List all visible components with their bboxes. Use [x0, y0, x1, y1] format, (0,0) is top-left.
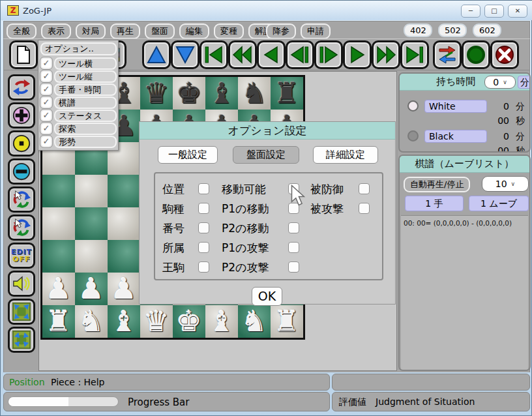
black-piece[interactable]: ♞: [238, 77, 271, 110]
square-b4[interactable]: [75, 207, 108, 240]
step-forward-button[interactable]: [314, 40, 343, 69]
skip-end-button[interactable]: [400, 40, 429, 69]
option-checkbox-2-1[interactable]: [359, 203, 370, 214]
tab-2[interactable]: 詳細設定: [313, 146, 378, 164]
menu-2[interactable]: 対局: [76, 23, 106, 39]
zoom-out-button[interactable]: [8, 158, 35, 185]
option-checkbox-0-4[interactable]: [198, 261, 209, 273]
fast-forward-button[interactable]: [372, 40, 400, 69]
white-piece[interactable]: ♛: [140, 305, 173, 338]
tab-0[interactable]: 一般設定: [158, 146, 218, 164]
white-piece[interactable]: ♟: [42, 273, 75, 305]
black-piece[interactable]: ♝: [205, 77, 238, 110]
flip-up-button[interactable]: [142, 40, 171, 69]
menu-checkbox-2[interactable]: ✓: [40, 83, 52, 95]
menu-checkbox-1[interactable]: ✓: [40, 70, 52, 82]
black-piece[interactable]: ♛: [140, 77, 173, 110]
action-1[interactable]: 申請: [301, 23, 331, 39]
minimize-button[interactable]: ─: [461, 5, 480, 18]
white-piece[interactable]: ♜: [271, 305, 303, 338]
autoplay-button[interactable]: 自動再生/停止: [404, 177, 470, 192]
option-checkbox-1-3[interactable]: [288, 242, 299, 253]
white-piece[interactable]: ♝: [108, 305, 140, 338]
fast-rewind-button[interactable]: [228, 40, 257, 69]
white-piece[interactable]: ♞: [238, 305, 271, 338]
menu-checkbox-5[interactable]: ✓: [40, 123, 52, 134]
white-name-chip[interactable]: White: [424, 100, 487, 113]
go-button[interactable]: [462, 40, 490, 69]
black-radio[interactable]: [407, 130, 419, 141]
square-c5[interactable]: [108, 175, 140, 207]
black-name-chip[interactable]: Black: [424, 130, 487, 143]
menu-6[interactable]: 変種: [214, 23, 244, 39]
expand-board-button[interactable]: [8, 299, 35, 325]
menu-checkbox-3[interactable]: ✓: [40, 97, 52, 108]
te-counter[interactable]: 1 手: [405, 196, 464, 211]
zoom-in-button[interactable]: [8, 102, 35, 128]
menu-item-0[interactable]: ツール横: [54, 57, 117, 70]
menu-5[interactable]: 編集: [179, 23, 209, 39]
number-button-1[interactable]: 502: [438, 23, 467, 37]
square-a3[interactable]: [42, 240, 75, 273]
menu-item-2[interactable]: 手番・時間: [54, 83, 117, 96]
maximize-button[interactable]: □: [484, 5, 504, 18]
menu-item-1[interactable]: ツール縦: [54, 70, 117, 83]
shrink-board-button[interactable]: [8, 327, 35, 353]
flip-down-button[interactable]: [171, 40, 200, 69]
square-c4[interactable]: [108, 207, 140, 240]
menu-item-5[interactable]: 探索: [54, 123, 117, 135]
white-piece[interactable]: ♝: [205, 305, 238, 338]
menu-item-4[interactable]: ステータス: [54, 110, 117, 122]
square-a5[interactable]: [42, 175, 75, 207]
menu-0[interactable]: 全般: [7, 23, 37, 39]
skip-start-button[interactable]: [200, 40, 228, 69]
menu-checkbox-0[interactable]: ✓: [40, 57, 52, 69]
white-radio[interactable]: [407, 100, 419, 111]
ok-button[interactable]: OK: [252, 287, 282, 306]
redo-button[interactable]: [8, 215, 35, 241]
option-checkbox-0-2[interactable]: [198, 222, 209, 233]
square-c3[interactable]: [108, 240, 140, 273]
tab-1[interactable]: 盤面設定: [233, 146, 299, 164]
menu-checkbox-4[interactable]: ✓: [40, 110, 52, 121]
white-piece[interactable]: ♟: [108, 273, 140, 305]
time-select[interactable]: 0 ∨: [484, 76, 516, 89]
square-a4[interactable]: [42, 207, 75, 240]
stop-button[interactable]: [490, 40, 519, 69]
option-checkbox-1-4[interactable]: [288, 261, 299, 273]
option-checkbox-0-1[interactable]: [198, 203, 209, 214]
menu-3[interactable]: 再生: [110, 23, 140, 39]
menu-1[interactable]: 表示: [41, 23, 71, 39]
option-checkbox-2-0[interactable]: [359, 183, 370, 194]
black-piece[interactable]: ♜: [271, 77, 303, 110]
option-checkbox-0-3[interactable]: [198, 242, 209, 253]
white-piece[interactable]: ♟: [75, 273, 108, 305]
menu-item-3[interactable]: 棋譜: [54, 97, 117, 109]
option-checkbox-0-0[interactable]: [198, 183, 209, 194]
rewind-button[interactable]: [257, 40, 286, 69]
white-piece[interactable]: ♞: [75, 305, 108, 338]
speed-select[interactable]: 10 ∨: [482, 176, 529, 192]
black-piece[interactable]: ♚: [173, 77, 205, 110]
edit-off-button[interactable]: EDITOFF: [8, 243, 35, 269]
option-checkbox-1-2[interactable]: [288, 222, 299, 233]
white-piece[interactable]: ♚: [173, 305, 205, 338]
square-b5[interactable]: [75, 175, 108, 207]
new-file-button[interactable]: [9, 40, 38, 69]
close-button[interactable]: ✕: [508, 5, 527, 18]
play-button[interactable]: [343, 40, 372, 69]
undo-button[interactable]: [8, 186, 35, 213]
menu-item-6[interactable]: 形勢: [54, 136, 117, 148]
swap-sides-button[interactable]: [433, 40, 462, 69]
zoom-reset-button[interactable]: [8, 130, 35, 156]
menu-item-options[interactable]: オプション..: [40, 42, 117, 55]
square-b3[interactable]: [75, 240, 108, 273]
menu-checkbox-6[interactable]: ✓: [40, 136, 52, 147]
number-button-2[interactable]: 602: [473, 23, 501, 37]
action-0[interactable]: 降参: [266, 23, 296, 39]
number-button-0[interactable]: 402: [404, 23, 432, 37]
move-counter[interactable]: 1 ムーブ: [469, 196, 529, 211]
move-list[interactable]: 00: 00= (0,0,0,0,0) - (0,0,0,0,0): [401, 215, 528, 370]
swap-rotate-button[interactable]: [8, 74, 35, 100]
menu-4[interactable]: 盤面: [145, 23, 175, 39]
